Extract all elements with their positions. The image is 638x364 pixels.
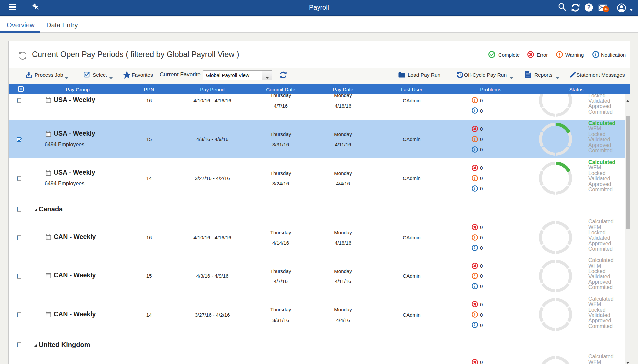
svg-text:?: ? xyxy=(587,4,591,11)
